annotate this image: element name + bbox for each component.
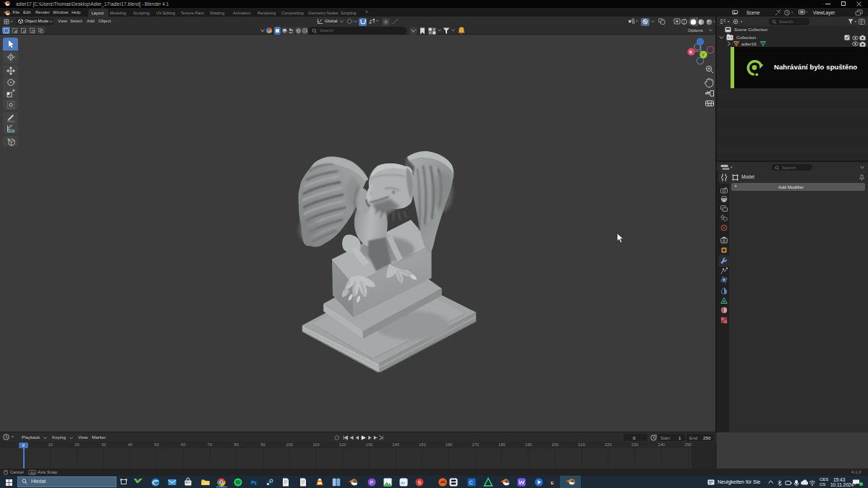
svg-text:S: S [418, 479, 422, 485]
svg-text:P: P [370, 480, 374, 485]
svg-text:C: C [469, 480, 473, 485]
svg-text:Ar: Ar [401, 480, 405, 484]
svg-text:E: E [551, 480, 554, 484]
svg-text:X: X [689, 50, 692, 54]
svg-text:Y: Y [702, 53, 705, 57]
svg-text:24: 24 [303, 29, 307, 33]
svg-text:Ps: Ps [251, 480, 257, 485]
